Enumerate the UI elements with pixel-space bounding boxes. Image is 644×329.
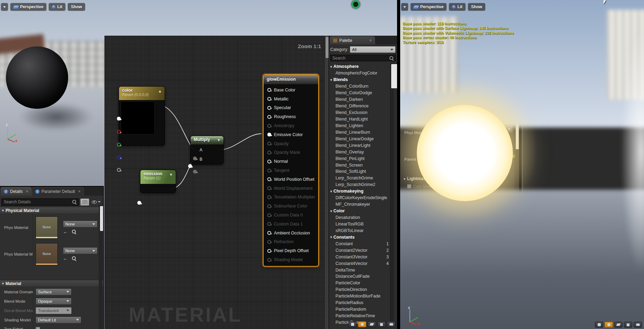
collapse-icon[interactable]: ▼	[169, 172, 173, 177]
pin-pixel-depth-offset[interactable]	[267, 249, 271, 253]
palette-item[interactable]: MF_Chromakeyer	[329, 201, 397, 208]
palette-item[interactable]: Blend_Screen	[329, 162, 397, 168]
pin-tessellation-multiplier[interactable]	[267, 195, 271, 199]
show-button[interactable]: Show	[468, 3, 486, 11]
node-color-param[interactable]: color Param (0,0,0,0) ▲	[119, 86, 165, 146]
preview-shape-cylinder-button[interactable]	[595, 322, 603, 328]
show-button[interactable]: Show	[67, 3, 85, 11]
palette-item[interactable]: ParticleRadius	[329, 300, 397, 306]
palette-item[interactable]: Lerp_ScratchGrime2	[329, 181, 397, 188]
palette-item[interactable]: AtmosphericFogColor	[329, 70, 397, 77]
perspective-button[interactable]: Perspective	[10, 3, 47, 11]
close-icon[interactable]: ×	[369, 38, 372, 43]
pin-g-out[interactable]	[117, 143, 121, 146]
palette-item[interactable]: ParticleColor	[329, 280, 397, 286]
category-dropdown[interactable]: All	[350, 46, 396, 53]
pin-b-out[interactable]	[117, 155, 121, 159]
pin-opacity-mask[interactable]	[267, 151, 271, 154]
palette-scrollbar[interactable]	[390, 63, 394, 327]
phys-material-mask-dropdown[interactable]: None	[63, 247, 98, 254]
palette-search[interactable]	[330, 55, 396, 61]
pin-opacity[interactable]	[267, 142, 271, 145]
preview-shape-plane-button[interactable]	[614, 322, 623, 328]
viewport-options-button[interactable]	[1, 3, 8, 11]
palette-item[interactable]: Constant2Vector2	[329, 247, 397, 254]
pin-emissive-color[interactable]	[267, 133, 271, 136]
pin-specular[interactable]	[267, 106, 271, 110]
pin-b-in[interactable]	[193, 170, 197, 174]
graph-scrollbar[interactable]	[324, 36, 329, 329]
tab-details[interactable]: i Details ×	[1, 187, 31, 196]
palette-item[interactable]: Blend_HardLight	[329, 116, 397, 123]
material-graph[interactable]: Zoom 1:1 MATERIAL color Param (0,0,0,0) …	[104, 36, 324, 329]
palette-item[interactable]: sRGBToLinear	[329, 227, 397, 234]
use-selected-icon[interactable]: ←	[63, 229, 68, 234]
phys-material-thumbnail[interactable]: None	[36, 216, 58, 239]
pin-world-position-offset[interactable]	[267, 177, 271, 181]
close-icon[interactable]: ×	[26, 189, 28, 194]
palette-item[interactable]: Blend_SoftLight	[329, 168, 397, 175]
details-search-input[interactable]	[4, 199, 71, 204]
palette-category[interactable]: ▾Constants	[329, 234, 397, 240]
palette-item[interactable]: DiffColorKeyerErodeSingle	[329, 195, 397, 201]
palette-item[interactable]: Blend_PinLight	[329, 155, 397, 162]
pin-r-out[interactable]	[117, 130, 121, 134]
close-icon[interactable]: ×	[78, 189, 81, 194]
palette-item[interactable]: Blend_ColorDodge	[329, 90, 397, 96]
browse-to-asset-icon[interactable]	[72, 256, 76, 260]
tab-palette[interactable]: Palette ×	[330, 36, 375, 44]
palette-item[interactable]: ParticleDirection	[329, 286, 397, 293]
browse-to-asset-icon[interactable]	[72, 230, 76, 234]
material-domain-dropdown[interactable]: Surface	[36, 288, 72, 295]
pin-anisotropy[interactable]	[267, 124, 271, 128]
palette-category[interactable]: ▾Blends	[329, 77, 397, 83]
preview-shape-teapot-button[interactable]	[634, 322, 642, 328]
palette-search-input[interactable]	[332, 56, 388, 61]
palette-item[interactable]: Blend_Lighten	[329, 122, 397, 129]
pin-rgba-out[interactable]	[117, 117, 121, 121]
preview-shape-cube-button[interactable]	[624, 322, 632, 328]
palette-item[interactable]: ParticleMotionBlurFade	[329, 293, 397, 300]
phys-material-dropdown[interactable]: None	[63, 221, 98, 228]
palette-item[interactable]: Blend_Exclusion	[329, 109, 397, 116]
pin-result-out[interactable]	[188, 164, 192, 168]
pin-a-out[interactable]	[117, 168, 121, 172]
preview-shape-cube-button[interactable]	[377, 321, 386, 327]
palette-item[interactable]: DistanceCullFade	[329, 273, 397, 280]
details-scrollbar[interactable]	[99, 205, 102, 329]
collapse-icon[interactable]: ▼	[217, 138, 221, 142]
perspective-button[interactable]: Perspective	[410, 3, 447, 11]
preview-shape-sphere-button[interactable]	[605, 322, 613, 328]
view-options-button[interactable]	[91, 201, 102, 204]
lit-button[interactable]: Lit	[48, 3, 66, 11]
pin-roughness[interactable]	[267, 115, 271, 119]
palette-category[interactable]: ▾Atmosphere	[329, 63, 397, 70]
node-multiply[interactable]: Multiply ▼ A B	[190, 136, 224, 164]
shading-model-dropdown[interactable]: Default Lit	[36, 317, 81, 323]
node-emission-param[interactable]: emission Param (1) ▼	[140, 170, 176, 193]
pin-tangent[interactable]	[267, 169, 271, 172]
instance-preview-viewport[interactable]: Perspective Lit Show Base pass shader: 1…	[400, 0, 522, 293]
preview-shape-plane-button[interactable]	[368, 321, 376, 327]
palette-item[interactable]: LinearTosRGB	[329, 221, 397, 228]
preview-shape-teapot-button[interactable]	[387, 321, 395, 327]
palette-item[interactable]: Blend_LinearBurn	[329, 129, 397, 135]
pin-a-in[interactable]	[193, 157, 197, 160]
phys-material-mask-thumbnail[interactable]: None	[36, 243, 58, 265]
property-matrix-button[interactable]	[80, 198, 89, 206]
pin-metallic[interactable]	[267, 97, 271, 101]
palette-item[interactable]: Desaturation	[329, 214, 397, 221]
blend-mode-dropdown[interactable]: Opaque	[36, 298, 72, 305]
palette-item[interactable]: Blend_LinearLight	[329, 142, 397, 149]
section-physical-material[interactable]: ▾ Physical Material	[0, 207, 103, 214]
two-sided-checkbox[interactable]	[36, 327, 40, 329]
palette-category[interactable]: ▾Chromakeying	[329, 188, 397, 195]
pin-refraction[interactable]	[267, 240, 271, 244]
details-search[interactable]	[1, 198, 79, 206]
palette-item[interactable]: Blend_Darken	[329, 96, 397, 103]
palette-item[interactable]: Constant1	[329, 240, 397, 247]
tab-parameter-default[interactable]: i Parameter Default ×	[32, 187, 84, 196]
collapse-icon[interactable]: ▲	[158, 89, 162, 93]
viewport-options-button[interactable]	[401, 3, 408, 11]
lit-button[interactable]: Lit	[449, 3, 466, 11]
